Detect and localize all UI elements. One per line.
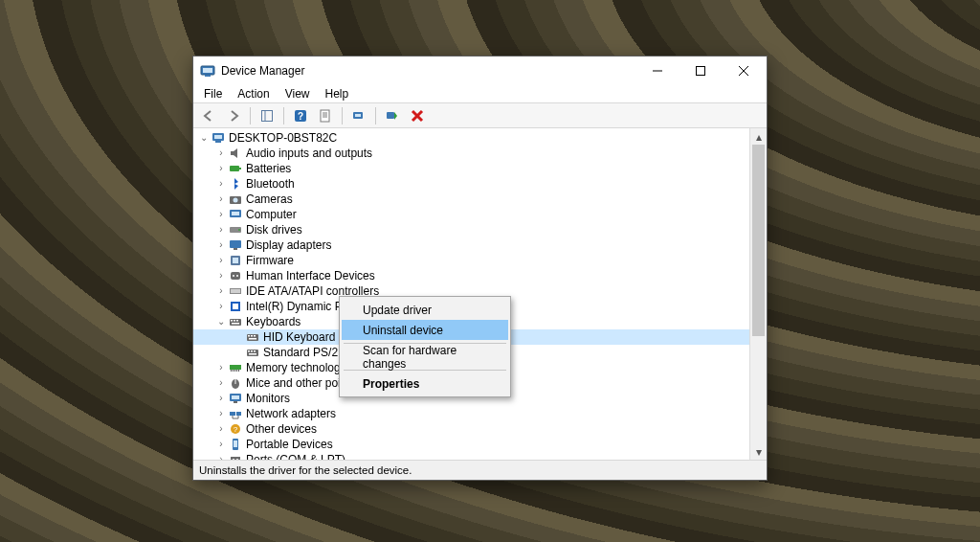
expand-icon[interactable]: › bbox=[214, 237, 228, 253]
ctx-uninstall-device[interactable]: Uninstall device bbox=[342, 320, 508, 340]
ctx-update-driver[interactable]: Update driver bbox=[342, 300, 508, 320]
ctx-scan-hardware[interactable]: Scan for hardware changes bbox=[342, 347, 508, 367]
svg-rect-48 bbox=[248, 335, 250, 337]
scroll-down-arrow[interactable]: ▾ bbox=[750, 443, 767, 460]
minimize-button[interactable] bbox=[635, 56, 679, 84]
tree-category[interactable]: ›Network adapters bbox=[193, 406, 749, 421]
menu-action[interactable]: Action bbox=[231, 86, 276, 102]
tree-item-label: Portable Devices bbox=[246, 438, 333, 451]
tree-item-label: Disk drives bbox=[246, 223, 302, 237]
svg-text:?: ? bbox=[234, 425, 238, 434]
tree-category[interactable]: ›Human Interface Devices bbox=[193, 268, 749, 283]
tree-category[interactable]: ›Bluetooth bbox=[193, 176, 749, 192]
memory-icon bbox=[228, 360, 243, 375]
device-tree[interactable]: ⌄DESKTOP-0BST82C›Audio inputs and output… bbox=[193, 128, 749, 460]
expand-icon[interactable]: › bbox=[214, 299, 228, 314]
maximize-button[interactable] bbox=[679, 56, 722, 84]
tree-category[interactable]: ›Disk drives bbox=[193, 222, 749, 237]
svg-rect-32 bbox=[234, 248, 237, 250]
tree-category[interactable]: ›Cameras bbox=[193, 192, 749, 207]
toolbar-separator bbox=[250, 107, 251, 124]
tree-item-label: Computer bbox=[246, 208, 297, 221]
window-title: Device Manager bbox=[221, 64, 635, 78]
tree-category[interactable]: ›Portable Devices bbox=[193, 437, 749, 452]
svg-rect-49 bbox=[251, 335, 253, 337]
collapse-icon[interactable]: ⌄ bbox=[197, 130, 211, 146]
forward-button[interactable] bbox=[222, 104, 245, 127]
svg-point-30 bbox=[238, 229, 240, 231]
expand-icon[interactable]: › bbox=[214, 283, 228, 299]
svg-rect-28 bbox=[232, 212, 239, 215]
tree-item-label: Ports (COM & LPT) bbox=[246, 453, 345, 460]
svg-rect-57 bbox=[230, 365, 241, 370]
close-button[interactable] bbox=[722, 56, 765, 84]
titlebar[interactable]: Device Manager bbox=[193, 56, 767, 84]
tree-category[interactable]: ›Display adapters bbox=[193, 237, 749, 253]
tree-root[interactable]: ⌄DESKTOP-0BST82C bbox=[193, 130, 749, 146]
svg-rect-1 bbox=[203, 68, 212, 73]
svg-rect-56 bbox=[249, 353, 256, 355]
toolbar: ? bbox=[193, 102, 767, 128]
back-button[interactable] bbox=[197, 104, 220, 127]
expand-icon[interactable]: › bbox=[214, 253, 228, 268]
tree-category[interactable]: ›Audio inputs and outputs bbox=[193, 146, 749, 161]
tree-category[interactable]: ›Computer bbox=[193, 207, 749, 222]
expand-icon[interactable]: › bbox=[214, 222, 228, 237]
enable-device-button[interactable] bbox=[381, 104, 404, 127]
expand-icon[interactable]: › bbox=[214, 146, 228, 161]
expand-icon[interactable]: › bbox=[214, 421, 228, 437]
ctx-properties[interactable]: Properties bbox=[342, 373, 508, 394]
menu-view[interactable]: View bbox=[278, 86, 317, 102]
svg-rect-66 bbox=[232, 395, 239, 399]
expand-icon[interactable]: › bbox=[214, 161, 228, 176]
help-button[interactable]: ? bbox=[289, 104, 312, 127]
svg-rect-58 bbox=[231, 370, 232, 372]
tree-item-label: Cameras bbox=[246, 192, 293, 206]
tree-category[interactable]: ›Batteries bbox=[193, 161, 749, 176]
svg-rect-76 bbox=[234, 440, 237, 447]
tree-category[interactable]: ›?Other devices bbox=[193, 421, 749, 437]
properties-button[interactable] bbox=[314, 104, 337, 127]
monitor-icon bbox=[228, 391, 243, 406]
svg-rect-50 bbox=[254, 335, 256, 337]
expand-icon[interactable]: › bbox=[214, 207, 228, 222]
other-icon: ? bbox=[228, 421, 243, 437]
svg-rect-54 bbox=[251, 350, 253, 352]
firmware-icon bbox=[228, 253, 243, 268]
menubar: File Action View Help bbox=[193, 84, 767, 102]
svg-rect-41 bbox=[233, 304, 238, 309]
computer-root-icon bbox=[211, 130, 226, 146]
expand-icon[interactable]: › bbox=[214, 268, 228, 283]
scroll-up-arrow[interactable]: ▴ bbox=[750, 128, 767, 145]
expand-icon[interactable]: › bbox=[214, 437, 228, 452]
expand-icon[interactable]: › bbox=[214, 192, 228, 207]
expand-icon[interactable]: › bbox=[214, 360, 228, 375]
svg-rect-7 bbox=[262, 110, 273, 121]
expand-icon[interactable]: › bbox=[214, 391, 228, 406]
device-manager-window: Device Manager File Action View Help ? ⌄… bbox=[192, 56, 768, 481]
menu-help[interactable]: Help bbox=[319, 86, 356, 102]
vertical-scrollbar[interactable]: ▴ ▾ bbox=[749, 128, 767, 460]
expand-icon[interactable]: › bbox=[214, 375, 228, 391]
svg-rect-59 bbox=[233, 370, 234, 372]
menu-file[interactable]: File bbox=[197, 86, 229, 102]
svg-rect-45 bbox=[236, 320, 238, 322]
ide-icon bbox=[228, 283, 243, 299]
tree-category[interactable]: ›Ports (COM & LPT) bbox=[193, 452, 749, 460]
expand-icon[interactable]: › bbox=[214, 176, 228, 192]
scroll-thumb[interactable] bbox=[752, 145, 765, 336]
svg-rect-68 bbox=[230, 412, 235, 416]
expand-icon[interactable]: › bbox=[214, 452, 228, 460]
intel-icon bbox=[228, 299, 243, 314]
svg-rect-39 bbox=[231, 289, 240, 293]
svg-rect-4 bbox=[696, 66, 704, 75]
tree-item-label: Other devices bbox=[246, 422, 317, 436]
tree-category[interactable]: ›Firmware bbox=[193, 253, 749, 268]
svg-rect-31 bbox=[230, 240, 241, 248]
expand-icon[interactable]: › bbox=[214, 406, 228, 421]
toolbar-separator bbox=[342, 107, 343, 124]
uninstall-device-button[interactable] bbox=[406, 104, 429, 127]
collapse-icon[interactable]: ⌄ bbox=[214, 314, 228, 329]
show-hide-tree-button[interactable] bbox=[256, 104, 278, 127]
scan-hardware-button[interactable] bbox=[347, 104, 370, 127]
